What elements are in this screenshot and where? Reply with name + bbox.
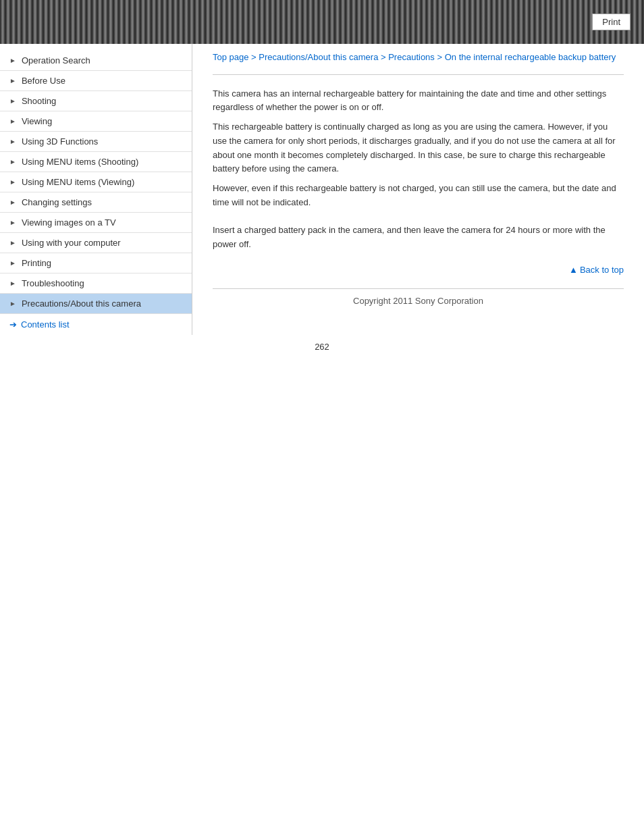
back-to-top-arrow-icon: ▲ xyxy=(569,265,578,275)
print-button[interactable]: Print xyxy=(592,14,630,30)
arrow-icon: ► xyxy=(9,178,16,186)
breadcrumb-separator2: > xyxy=(378,52,388,62)
sidebar-item-label: Using MENU items (Viewing) xyxy=(22,177,134,187)
sidebar-item-precautions[interactable]: ► Precautions/About this camera xyxy=(0,294,192,314)
sidebar-item-label: Operation Search xyxy=(22,55,90,66)
breadcrumb-separator3: > xyxy=(435,52,445,62)
sidebar-item-label: Before Use xyxy=(22,76,65,86)
sidebar-item-viewing-tv[interactable]: ► Viewing images on a TV xyxy=(0,213,192,233)
breadcrumb: Top page > Precautions/About this camera… xyxy=(213,51,624,64)
sidebar-item-viewing[interactable]: ► Viewing xyxy=(0,111,192,132)
arrow-icon: ► xyxy=(9,57,16,64)
sidebar-item-menu-shooting[interactable]: ► Using MENU items (Shooting) xyxy=(0,152,192,172)
sidebar-item-label: Troubleshooting xyxy=(22,278,84,288)
breadcrumb-top-page[interactable]: Top page xyxy=(213,52,249,62)
copyright-text: Copyright 2011 Sony Corporation xyxy=(353,296,483,306)
sidebar-item-label: Viewing xyxy=(22,116,52,126)
arrow-icon: ► xyxy=(9,259,16,267)
back-to-top-label: Back to top xyxy=(580,265,624,275)
article-paragraph2: This rechargeable battery is continually… xyxy=(213,120,624,176)
sidebar-item-changing-settings[interactable]: ► Changing settings xyxy=(0,192,192,213)
sidebar-item-before-use[interactable]: ► Before Use xyxy=(0,71,192,91)
arrow-icon: ► xyxy=(9,138,16,145)
main-layout: ► Operation Search ► Before Use ► Shooti… xyxy=(0,44,644,335)
content-area: Top page > Precautions/About this camera… xyxy=(192,44,644,335)
sidebar-item-label: Viewing images on a TV xyxy=(22,217,116,228)
sidebar-item-label: Using with your computer xyxy=(22,238,121,248)
arrow-icon: ► xyxy=(9,77,16,84)
arrow-icon: ► xyxy=(9,199,16,206)
header-bar: Print xyxy=(0,0,644,44)
sidebar-item-menu-viewing[interactable]: ► Using MENU items (Viewing) xyxy=(0,172,192,192)
sidebar-item-label: Printing xyxy=(22,258,51,268)
article-paragraph1: This camera has an internal rechargeable… xyxy=(213,87,624,115)
sidebar-item-printing[interactable]: ► Printing xyxy=(0,253,192,273)
breadcrumb-precautions[interactable]: Precautions xyxy=(388,52,435,62)
article-body: This camera has an internal rechargeable… xyxy=(213,87,624,210)
insert-note: Insert a charged battery pack in the cam… xyxy=(213,224,624,252)
sidebar-item-label: Using MENU items (Shooting) xyxy=(22,157,138,167)
page-number: 262 xyxy=(0,342,644,365)
insert-note-text: Insert a charged battery pack in the cam… xyxy=(213,224,624,252)
arrow-icon: ► xyxy=(9,219,16,226)
arrow-icon: ► xyxy=(9,158,16,165)
arrow-icon: ► xyxy=(9,300,16,307)
arrow-icon: ► xyxy=(9,239,16,246)
sidebar-item-label: Precautions/About this camera xyxy=(22,298,141,309)
breadcrumb-current[interactable]: On the internal rechargeable backup batt… xyxy=(445,52,616,62)
article-paragraph3: However, even if this rechargeable batte… xyxy=(213,182,624,210)
sidebar-item-using-computer[interactable]: ► Using with your computer xyxy=(0,233,192,253)
breadcrumb-separator1: > xyxy=(249,52,259,62)
back-to-top: ▲Back to top xyxy=(213,265,624,275)
contents-list-link[interactable]: ➔ Contents list xyxy=(0,314,192,335)
sidebar: ► Operation Search ► Before Use ► Shooti… xyxy=(0,44,192,335)
sidebar-item-operation-search[interactable]: ► Operation Search xyxy=(0,51,192,71)
section-divider xyxy=(213,74,624,75)
sidebar-item-label: Shooting xyxy=(22,96,56,106)
back-to-top-link[interactable]: ▲Back to top xyxy=(569,265,624,275)
sidebar-item-using-3d[interactable]: ► Using 3D Functions xyxy=(0,132,192,152)
contents-list-arrow-icon: ➔ xyxy=(9,319,17,330)
sidebar-item-troubleshooting[interactable]: ► Troubleshooting xyxy=(0,273,192,294)
sidebar-item-shooting[interactable]: ► Shooting xyxy=(0,91,192,111)
footer: Copyright 2011 Sony Corporation xyxy=(213,288,624,309)
breadcrumb-precautions-about[interactable]: Precautions/About this camera xyxy=(259,52,378,62)
page-number-value: 262 xyxy=(315,342,329,352)
sidebar-item-label: Changing settings xyxy=(22,197,92,207)
arrow-icon: ► xyxy=(9,118,16,125)
sidebar-item-label: Using 3D Functions xyxy=(22,136,98,147)
arrow-icon: ► xyxy=(9,280,16,287)
arrow-icon: ► xyxy=(9,97,16,105)
contents-list-label: Contents list xyxy=(21,319,70,330)
